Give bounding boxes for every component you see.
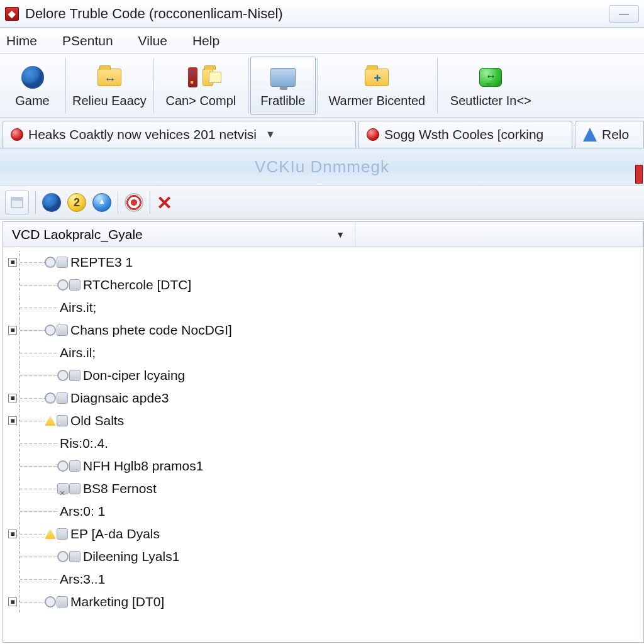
expand-toggle[interactable]: ■ [8,258,17,267]
toolbar-compl-button[interactable]: Can> Compl [154,54,248,118]
chevron-down-icon[interactable]: ▼ [262,129,279,140]
tree-row[interactable]: Ars:3..1 [8,568,643,591]
tree-node-label: Ars:0: 1 [60,500,105,523]
tab-heaks[interactable]: Heaks Coaktly now vehices 201 netvisi ▼ [3,121,356,148]
expand-toggle[interactable]: ■ [8,394,17,402]
cube-icon [69,279,80,291]
tree-row[interactable]: RTChercole [DTC] [8,274,643,296]
tree-row[interactable]: BS8 Fernost [8,477,643,500]
tree-node-label: EP [A-da Dyals [70,523,160,545]
firefox-icon[interactable] [42,193,61,212]
main-toolbar: Game Relieu Eaacy Can> Compl Fratlible W… [0,54,644,118]
tree-node-label: RTChercole [DTC] [83,274,191,296]
menu-help[interactable]: Help [189,31,223,51]
cube-icon [57,415,68,426]
node-icon-group [57,279,80,291]
tab-relo[interactable]: Relo [575,121,644,148]
panel-icon [10,196,24,209]
toolbar-relieu-button[interactable]: Relieu Eaacy [66,54,153,118]
tree-connector [19,296,57,319]
window-title: Delore Truble Code (rocconenlicam-Nisel) [25,6,283,22]
tree-row[interactable]: Dileening Lyals1 [8,545,643,568]
tree-view[interactable]: ■REPTE3 1RTChercole [DTC]Airs.it;■Chans … [3,247,643,613]
node-icon-group [45,257,68,268]
node-icon-group [57,370,80,381]
minimize-button[interactable]: — [609,5,639,23]
tab-sogg[interactable]: Sogg Wsth Cooles [corking [358,121,572,148]
tree-row[interactable]: ■Old Salts [8,409,643,432]
tree-connector [19,387,45,409]
toolbar-seutlicter-button[interactable]: Seutlicter In<> [438,54,545,118]
column-header-name[interactable]: VCD Laokpralc_Gyale ▼ [3,222,355,247]
folder-arrow-icon [97,69,121,86]
tree-row[interactable]: ■EP [A-da Dyals [8,523,643,545]
tree-node-label: Old Salts [70,409,124,432]
tree-node-label: Chans phete code NocDGI] [70,319,232,341]
tree-connector [19,341,57,364]
barx-icon [57,483,69,494]
node-icon-group [45,528,68,540]
toolbar-game-button[interactable]: Game [0,54,65,118]
ring-icon [45,596,56,608]
tree-row[interactable]: Ars:0: 1 [8,500,643,523]
close-x-icon[interactable]: ✕ [157,192,172,214]
node-icon-group [57,460,80,472]
ring-icon [57,370,69,381]
tree-row[interactable]: NFH Hglb8 pramos1 [8,455,643,477]
folder-note-icon [203,69,213,86]
tb2-panel-button[interactable] [5,191,29,214]
column-header-empty[interactable] [355,222,643,247]
toolbar-label: Relieu Eaacy [72,94,147,108]
tree-row[interactable]: ■REPTE3 1 [8,251,643,274]
cube-icon [57,596,68,608]
expand-toggle[interactable]: ■ [8,416,17,425]
tree-node-label: Ris:0:.4. [60,432,108,455]
menu-psentun[interactable]: PSentun [58,31,117,51]
tree-node-label: BS8 Fernost [83,477,157,500]
expand-toggle[interactable]: ■ [8,597,17,606]
target-icon[interactable] [125,193,143,212]
cube-icon [57,325,68,336]
menu-value[interactable]: Vilue [135,31,171,51]
node-icon-group [45,596,68,608]
menu-home[interactable]: Hime [3,31,41,51]
menu-bar: Hime PSentun Vilue Help [0,28,644,54]
chat-bubble-icon [479,68,502,87]
tree-node-label: Ars:3..1 [60,568,105,591]
tree-node-label: Diagnsaic apde3 [70,387,169,409]
cube-icon [57,528,68,540]
tree-connector [19,500,57,523]
toolbar-label: Can> Compl [165,94,236,108]
toolbar-separator [35,191,36,214]
toolbar-label: Game [15,94,49,108]
tree-connector [19,477,57,500]
badge-2-icon[interactable]: 2 [67,193,86,212]
red-dot-icon [367,128,379,141]
tab-label: Heaks Coaktly now vehices 201 netvisi [28,127,257,142]
cube-icon [69,460,80,472]
tree-row[interactable]: Ris:0:.4. [8,432,643,455]
tree-row[interactable]: Airs.il; [8,341,643,364]
toolbar-warmer-button[interactable]: Warmer Bicented [318,54,437,118]
monitor-icon [270,68,296,87]
abacus-icon [188,67,197,87]
tree-row[interactable]: Airs.it; [8,296,643,319]
tree-row[interactable]: Don-ciper lcyaing [8,364,643,387]
node-icon-group [45,392,68,404]
ring-icon [57,551,69,562]
tree-row[interactable]: ■Diagnsaic apde3 [8,387,643,409]
expand-toggle[interactable]: ■ [8,530,17,538]
tree-row[interactable]: ■Chans phete code NocDGI] [8,319,643,341]
tree-connector [19,364,57,387]
ring-icon [57,279,69,291]
tree-node-label: Marketing [DT0] [70,591,164,613]
toolbar-fratlible-button[interactable]: Fratlible [250,57,316,115]
tree-row[interactable]: ■Marketing [DT0] [8,591,643,613]
node-icon-group [45,415,68,426]
globe-icon[interactable] [92,193,111,212]
expand-toggle[interactable]: ■ [8,326,17,335]
chevron-down-icon[interactable]: ▼ [336,230,345,240]
tab-strip: Heaks Coaktly now vehices 201 netvisi ▼ … [0,118,644,148]
node-icon-group [57,483,80,494]
toolbar-label: Warmer Bicented [328,94,425,108]
